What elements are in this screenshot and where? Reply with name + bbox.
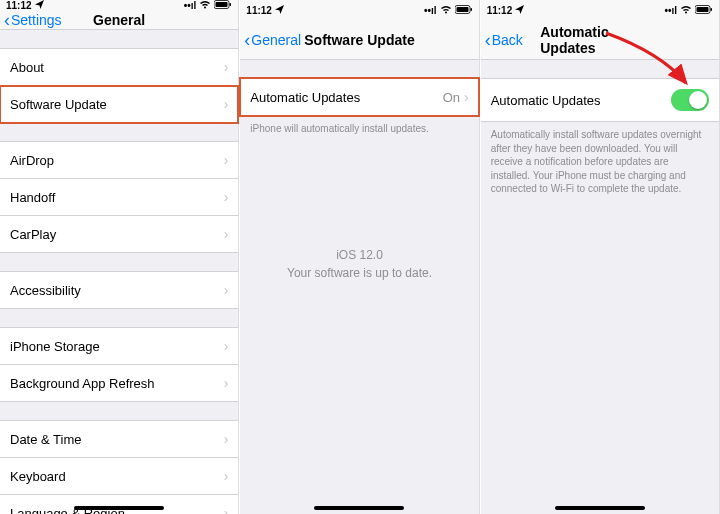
- back-button[interactable]: ‹ Settings: [0, 11, 62, 29]
- list-row-background-app-refresh[interactable]: Background App Refresh›: [0, 365, 238, 402]
- chevron-right-icon: ›: [224, 152, 229, 168]
- row-label: Date & Time: [10, 432, 224, 447]
- chevron-right-icon: ›: [224, 338, 229, 354]
- page-title: General: [93, 12, 145, 28]
- status-time: 11:12: [487, 5, 513, 16]
- automatic-updates-toggle-row[interactable]: Automatic Updates: [481, 78, 719, 122]
- status-bar: 11:12 ••ıl: [481, 0, 719, 20]
- chevron-left-icon: ‹: [485, 31, 491, 49]
- home-indicator[interactable]: [314, 506, 404, 510]
- battery-icon: [695, 5, 713, 16]
- signal-icon: ••ıl: [664, 5, 677, 16]
- svg-rect-8: [710, 8, 712, 11]
- battery-icon: [214, 0, 232, 11]
- page-title: Automatic Updates: [540, 24, 659, 56]
- list-row-carplay[interactable]: CarPlay›: [0, 216, 238, 253]
- row-label: Automatic Updates: [491, 93, 671, 108]
- chevron-right-icon: ›: [224, 431, 229, 447]
- row-label: iPhone Storage: [10, 339, 224, 354]
- wifi-icon: [680, 5, 692, 16]
- row-label: Accessibility: [10, 283, 224, 298]
- chevron-right-icon: ›: [464, 89, 469, 105]
- svg-rect-1: [216, 2, 228, 7]
- row-label: Keyboard: [10, 469, 224, 484]
- home-indicator[interactable]: [74, 506, 164, 510]
- chevron-right-icon: ›: [224, 468, 229, 484]
- row-label: About: [10, 60, 224, 75]
- automatic-updates-row[interactable]: Automatic Updates On ›: [240, 78, 478, 116]
- list-row-accessibility[interactable]: Accessibility›: [0, 271, 238, 309]
- status-bar: 11:12 ••ıl: [0, 0, 238, 11]
- chevron-right-icon: ›: [224, 505, 229, 514]
- footer-text: iPhone will automatically install update…: [240, 116, 478, 136]
- wifi-icon: [199, 0, 211, 11]
- location-icon: [515, 5, 524, 16]
- list-row-handoff[interactable]: Handoff›: [0, 179, 238, 216]
- svg-rect-4: [456, 7, 468, 12]
- footer-text: Automatically install software updates o…: [481, 122, 719, 196]
- row-value: On: [443, 90, 460, 105]
- list-row-software-update[interactable]: Software Update›: [0, 86, 238, 123]
- list-row-about[interactable]: About›: [0, 48, 238, 86]
- back-button[interactable]: ‹ Back: [481, 31, 523, 49]
- row-label: Handoff: [10, 190, 224, 205]
- nav-bar: ‹ Settings General: [0, 11, 238, 30]
- list-row-date-time[interactable]: Date & Time›: [0, 420, 238, 458]
- screen-automatic-updates: 11:12 ••ıl ‹ Back Automatic Updates Auto…: [481, 0, 720, 514]
- row-label: Software Update: [10, 97, 224, 112]
- status-bar: 11:12 ••ıl: [240, 0, 478, 20]
- svg-rect-7: [696, 7, 708, 12]
- chevron-left-icon: ‹: [4, 11, 10, 29]
- back-label: General: [251, 32, 301, 48]
- chevron-right-icon: ›: [224, 375, 229, 391]
- wifi-icon: [440, 5, 452, 16]
- battery-icon: [455, 5, 473, 16]
- nav-bar: ‹ Back Automatic Updates: [481, 20, 719, 60]
- list-row-iphone-storage[interactable]: iPhone Storage›: [0, 327, 238, 365]
- home-indicator[interactable]: [555, 506, 645, 510]
- status-time: 11:12: [246, 5, 272, 16]
- list-row-keyboard[interactable]: Keyboard›: [0, 458, 238, 495]
- row-label: Automatic Updates: [250, 90, 442, 105]
- update-message: Your software is up to date.: [240, 264, 478, 282]
- settings-list: About›Software Update›AirDrop›Handoff›Ca…: [0, 30, 238, 514]
- page-title: Software Update: [304, 32, 414, 48]
- back-button[interactable]: ‹ General: [240, 31, 301, 49]
- chevron-right-icon: ›: [224, 189, 229, 205]
- row-label: AirDrop: [10, 153, 224, 168]
- screen-software-update: 11:12 ••ıl ‹ General Software Update Aut…: [240, 0, 479, 514]
- chevron-right-icon: ›: [224, 282, 229, 298]
- nav-bar: ‹ General Software Update: [240, 20, 478, 60]
- row-label: CarPlay: [10, 227, 224, 242]
- screen-general: 11:12 ••ıl ‹ Settings General About›Soft…: [0, 0, 239, 514]
- back-label: Back: [492, 32, 523, 48]
- chevron-right-icon: ›: [224, 96, 229, 112]
- row-label: Background App Refresh: [10, 376, 224, 391]
- chevron-right-icon: ›: [224, 59, 229, 75]
- back-label: Settings: [11, 12, 62, 28]
- location-icon: [35, 0, 44, 11]
- ios-version: iOS 12.0: [240, 246, 478, 264]
- signal-icon: ••ıl: [424, 5, 437, 16]
- update-status: iOS 12.0 Your software is up to date.: [240, 246, 478, 282]
- signal-icon: ••ıl: [184, 0, 197, 11]
- svg-rect-2: [230, 3, 232, 6]
- chevron-left-icon: ‹: [244, 31, 250, 49]
- svg-rect-5: [470, 8, 472, 11]
- toggle-knob: [689, 91, 707, 109]
- chevron-right-icon: ›: [224, 226, 229, 242]
- list-row-language-region[interactable]: Language & Region›: [0, 495, 238, 514]
- toggle-switch[interactable]: [671, 89, 709, 111]
- list-row-airdrop[interactable]: AirDrop›: [0, 141, 238, 179]
- location-icon: [275, 5, 284, 16]
